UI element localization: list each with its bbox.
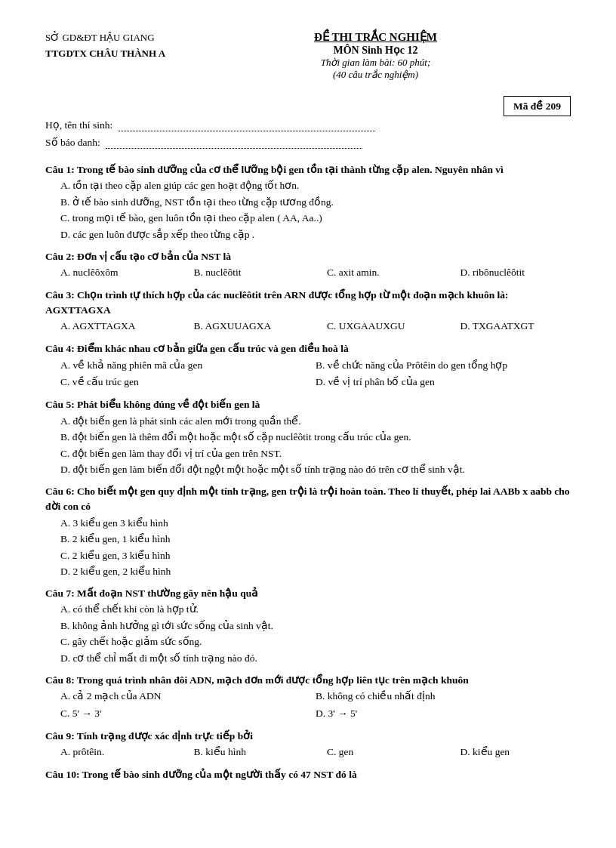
question-8: Câu 8: Trong quá trình nhân đôi ADN, mạc… [45, 673, 571, 723]
q5-optD: D. đột biến gen làm biến đổi đột ngột mộ… [60, 461, 571, 478]
exam-type: ĐỀ THI TRẮC NGHIỆM [180, 30, 571, 44]
org-line1: SỞ GD&ĐT HẬU GIANG [45, 30, 165, 46]
q2-title: Câu 2: Đơn vị cấu tạo cơ bản của NST là [45, 249, 571, 264]
q8-optB: B. không có chiều nhất định [316, 688, 571, 705]
q2-optD: D. ribônuclêôtit [460, 264, 571, 282]
q6-optD: D. 2 kiểu gen, 2 kiểu hình [60, 563, 571, 580]
ho-ten-line: Họ, tên thí sinh: [45, 119, 571, 131]
q8-options: A. cả 2 mạch của ADN B. không có chiều n… [60, 688, 571, 723]
q9-optA: A. prôtêin. [60, 744, 171, 761]
q2-optB: B. nuclêôtit [194, 264, 305, 282]
so-bao-danh-label: Số báo danh: [45, 137, 100, 148]
so-bao-danh-line: Số báo danh: [45, 136, 571, 149]
q3-optA: A. AGXTTAGXA [60, 318, 171, 335]
q10-title: Câu 10: Trong tế bào sinh dưỡng của một … [45, 767, 571, 782]
q5-optA: A. đột biến gen là phát sinh các alen mớ… [60, 413, 571, 430]
question-2: Câu 2: Đơn vị cấu tạo cơ bản của NST là … [45, 249, 571, 282]
q4-optA: A. về khả năng phiên mã của gen [60, 357, 316, 375]
so-bao-danh-input [106, 148, 362, 149]
q7-title: Câu 7: Mất đoạn NST thường gây nên hậu q… [45, 586, 571, 601]
q4-options: A. về khả năng phiên mã của gen B. về ch… [60, 357, 571, 392]
q3-optD: D. TXGAATXGT [460, 318, 571, 335]
q6-title: Câu 6: Cho biết một gen quy định một tín… [45, 484, 571, 515]
student-info: Họ, tên thí sinh: Số báo danh: [45, 119, 571, 149]
q6-optB: B. 2 kiểu gen, 1 kiểu hình [60, 531, 571, 547]
question-6: Câu 6: Cho biết một gen quy định một tín… [45, 484, 571, 580]
questions-section: Câu 1: Trong tế bào sinh dưỡng của cơ th… [45, 162, 571, 782]
q2-optC: C. axit amin. [327, 264, 438, 282]
q1-optC: C. trong mọi tế bào, gen luôn tồn tại th… [60, 210, 571, 227]
q2-optA: A. nuclêôxôm [60, 264, 171, 282]
q3-optB: B. AGXUUAGXA [194, 318, 305, 335]
question-4: Câu 4: Điểm khác nhau cơ bản giữa gen cấ… [45, 341, 571, 391]
question-3: Câu 3: Chọn trình tự thích hợp của các n… [45, 288, 571, 335]
question-5: Câu 5: Phát biểu không đúng về đột biến … [45, 397, 571, 478]
time-line1: Thời gian làm bài: 60 phút; [180, 57, 571, 69]
q9-optD: D. kiểu gen [460, 744, 571, 761]
q5-optC: C. đột biến gen làm thay đổi vị trí của … [60, 446, 571, 462]
q6-optC: C. 2 kiểu gen, 3 kiểu hình [60, 547, 571, 564]
q3-options: A. AGXTTAGXA B. AGXUUAGXA C. UXGAAUXGU D… [60, 318, 571, 335]
question-10: Câu 10: Trong tế bào sinh dưỡng của một … [45, 767, 571, 782]
q7-optB: B. không ảnh hưởng gì tới sức sống của s… [60, 618, 571, 634]
q7-optA: A. có thể chết khi còn là hợp tử. [60, 601, 571, 618]
ma-de-box: Mã đề 209 [504, 96, 571, 116]
ho-ten-input [119, 131, 375, 131]
q9-options: A. prôtêin. B. kiểu hình C. gen D. kiểu … [60, 744, 571, 761]
header: SỞ GD&ĐT HẬU GIANG TTGDTX CHÂU THÀNH A Đ… [45, 30, 571, 81]
subject: MÔN Sinh Học 12 [180, 44, 571, 57]
q4-optD: D. về vị trí phân bố của gen [316, 374, 571, 391]
q9-optC: C. gen [327, 744, 438, 761]
q1-title: Câu 1: Trong tế bào sinh dưỡng của cơ th… [45, 162, 571, 177]
q4-optB: B. về chức năng của Prôtêin do gen tổng … [316, 357, 571, 375]
header-left: SỞ GD&ĐT HẬU GIANG TTGDTX CHÂU THÀNH A [45, 30, 165, 81]
q8-optD: D. 3' → 5' [316, 705, 571, 723]
q2-options: A. nuclêôxôm B. nuclêôtit C. axit amin. … [60, 264, 571, 282]
header-center: ĐỀ THI TRẮC NGHIỆM MÔN Sinh Học 12 Thời … [180, 30, 571, 81]
time-line2: (40 câu trắc nghiệm) [180, 69, 571, 81]
q3-optC: C. UXGAAUXGU [327, 318, 438, 335]
q7-optC: C. gây chết hoặc giảm sức sống. [60, 634, 571, 650]
q9-optB: B. kiểu hình [194, 744, 305, 761]
q1-optD: D. các gen luôn được sắp xếp theo từng c… [60, 227, 571, 243]
q4-title: Câu 4: Điểm khác nhau cơ bản giữa gen cấ… [45, 341, 571, 356]
question-1: Câu 1: Trong tế bào sinh dưỡng của cơ th… [45, 162, 571, 243]
q5-title: Câu 5: Phát biểu không đúng về đột biến … [45, 397, 571, 412]
q8-title: Câu 8: Trong quá trình nhân đôi ADN, mạc… [45, 673, 571, 688]
q8-optC: C. 5' → 3' [60, 705, 316, 723]
org-line2: TTGDTX CHÂU THÀNH A [45, 46, 165, 62]
question-7: Câu 7: Mất đoạn NST thường gây nên hậu q… [45, 586, 571, 667]
ho-ten-label: Họ, tên thí sinh: [45, 119, 112, 131]
q3-title: Câu 3: Chọn trình tự thích hợp của các n… [45, 288, 571, 319]
q9-title: Câu 9: Tính trạng được xác định trực tiế… [45, 729, 571, 744]
q6-optA: A. 3 kiểu gen 3 kiểu hình [60, 515, 571, 532]
q1-optA: A. tồn tại theo cặp alen giúp các gen ho… [60, 177, 571, 194]
q4-optC: C. về cấu trúc gen [60, 374, 316, 391]
q8-optA: A. cả 2 mạch của ADN [60, 688, 316, 705]
question-9: Câu 9: Tính trạng được xác định trực tiế… [45, 729, 571, 761]
q5-optB: B. đột biến gen là thêm đổi một hoặc một… [60, 429, 571, 446]
q7-optD: D. cơ thể chỉ mất đi một số tính trạng n… [60, 650, 571, 667]
q1-optB: B. ở tế bào sinh dưỡng, NST tồn tại theo… [60, 194, 571, 211]
